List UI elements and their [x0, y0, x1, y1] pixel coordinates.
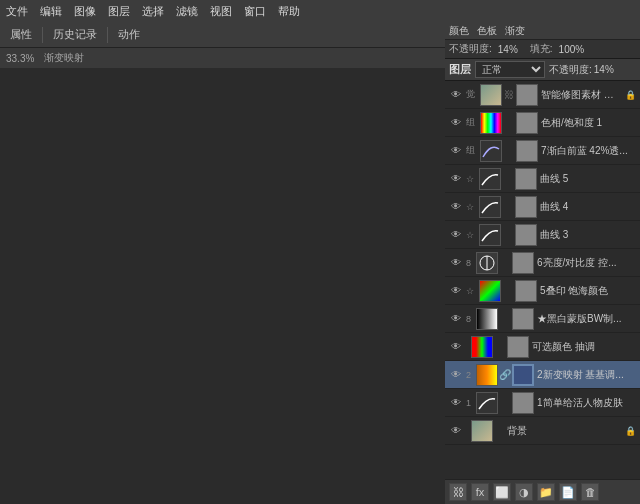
layers-list[interactable]: 👁 觉 ⛓ 智能修图素材 以... 🔒 👁 组 色相/饱和度 1 👁: [445, 81, 640, 479]
tab-actions[interactable]: 动作: [114, 25, 144, 44]
layer-row[interactable]: 👁 ☆ 曲线 4: [445, 193, 640, 221]
visibility-icon-7[interactable]: 👁: [449, 284, 463, 298]
visibility-icon-2[interactable]: 👁: [449, 144, 463, 158]
delete-layer-btn[interactable]: 🗑: [581, 483, 599, 501]
layer-mask-2: [516, 140, 538, 162]
tab-color[interactable]: 颜色: [449, 24, 469, 38]
menu-image[interactable]: 图像: [74, 4, 96, 19]
layer-row[interactable]: 👁 背景 🔒: [445, 417, 640, 445]
visibility-icon-4[interactable]: 👁: [449, 200, 463, 214]
layer-row[interactable]: 👁 ☆ 5叠印 饱海颜色: [445, 277, 640, 305]
layer-thumb-6: [476, 252, 498, 274]
visibility-icon-9[interactable]: 👁: [449, 340, 463, 354]
group-btn[interactable]: 📁: [537, 483, 555, 501]
visibility-icon-3[interactable]: 👁: [449, 172, 463, 186]
tab-history[interactable]: 历史记录: [49, 25, 101, 44]
layer-row[interactable]: 👁 8 6亮度/对比度 控...: [445, 249, 640, 277]
visibility-icon-5[interactable]: 👁: [449, 228, 463, 242]
layer-thumb-2: [480, 140, 502, 162]
tab-properties[interactable]: 属性: [6, 25, 36, 44]
tab-swatches[interactable]: 色板: [477, 24, 497, 38]
layer-lock-12: 🔒: [625, 426, 636, 436]
opacity-label: 不透明度:: [449, 42, 492, 56]
layer-row[interactable]: 👁 ☆ 曲线 5: [445, 165, 640, 193]
layer-mask-3: [515, 168, 537, 190]
new-layer-btn[interactable]: 📄: [559, 483, 577, 501]
layer-row[interactable]: 👁 组 7渐白前蓝 42%透...: [445, 137, 640, 165]
layer-name-8: ★黑白蒙版BW制...: [537, 312, 636, 326]
layer-thumb-11: [476, 392, 498, 414]
layer-thumb-3: [479, 168, 501, 190]
layer-name-2: 7渐白前蓝 42%透...: [541, 144, 636, 158]
menu-bar: 文件 编辑 图像 图层 选择 滤镜 视图 窗口 帮助: [0, 0, 640, 22]
layer-row[interactable]: 👁 组 色相/饱和度 1: [445, 109, 640, 137]
layer-name-4: 曲线 4: [540, 200, 636, 214]
layer-mask-5: [515, 224, 537, 246]
layer-number-3: ☆: [466, 174, 474, 184]
separator-2: [107, 27, 108, 43]
layer-thumb-0: [480, 84, 502, 106]
layer-mask-7: [515, 280, 537, 302]
layer-number-2: 组: [466, 144, 475, 157]
layer-mask-9: [507, 336, 529, 358]
layer-name-11: 1简单给活人物皮肤: [537, 396, 636, 410]
add-style-btn[interactable]: fx: [471, 483, 489, 501]
visibility-icon-6[interactable]: 👁: [449, 256, 463, 270]
layer-thumb-9: [471, 336, 493, 358]
separator-1: [42, 27, 43, 43]
menu-select[interactable]: 选择: [142, 4, 164, 19]
layer-name-7: 5叠印 饱海颜色: [540, 284, 636, 298]
opacity-pct-label: 不透明度:: [549, 63, 592, 77]
tabs-toolbar: 属性 历史记录 动作: [0, 22, 445, 48]
layer-row[interactable]: 👁 ☆ 曲线 3: [445, 221, 640, 249]
menu-help[interactable]: 帮助: [278, 4, 300, 19]
visibility-icon-1[interactable]: 👁: [449, 116, 463, 130]
layer-name-9: 可选颜色 抽调: [532, 340, 636, 354]
layer-name-3: 曲线 5: [540, 172, 636, 186]
layer-row-active[interactable]: 👁 2 🔗 2新变映射 基基调...: [445, 361, 640, 389]
canvas-zoom: 33.3%: [6, 53, 34, 64]
layer-number-7: ☆: [466, 286, 474, 296]
opacity-value: 14%: [498, 44, 518, 55]
layer-number-11: 1: [466, 398, 471, 408]
menu-view[interactable]: 视图: [210, 4, 232, 19]
adjustment-btn[interactable]: ◑: [515, 483, 533, 501]
layer-name-6: 6亮度/对比度 控...: [537, 256, 636, 270]
visibility-icon-8[interactable]: 👁: [449, 312, 463, 326]
right-panel-tabs: 颜色 色板 渐变: [445, 22, 640, 40]
add-mask-btn[interactable]: ⬜: [493, 483, 511, 501]
fill-label: 填充:: [530, 42, 553, 56]
visibility-icon-0[interactable]: 👁: [449, 88, 463, 102]
layer-name-12: 背景: [507, 424, 622, 438]
menu-window[interactable]: 窗口: [244, 4, 266, 19]
menu-layer[interactable]: 图层: [108, 4, 130, 19]
layer-name-1: 色相/饱和度 1: [541, 116, 636, 130]
layers-label: 图层: [449, 62, 471, 77]
layer-row[interactable]: 👁 可选颜色 抽调: [445, 333, 640, 361]
visibility-icon-10[interactable]: 👁: [449, 368, 463, 382]
layer-row[interactable]: 👁 8 ★黑白蒙版BW制...: [445, 305, 640, 333]
layer-number-5: ☆: [466, 230, 474, 240]
link-layers-btn[interactable]: ⛓: [449, 483, 467, 501]
fill-value: 100%: [559, 44, 585, 55]
layer-row[interactable]: 👁 1 1简单给活人物皮肤: [445, 389, 640, 417]
layer-thumb-12: [471, 420, 493, 442]
menu-file[interactable]: 文件: [6, 4, 28, 19]
menu-filter[interactable]: 滤镜: [176, 4, 198, 19]
layer-thumb-1: [480, 112, 502, 134]
layer-row[interactable]: 👁 觉 ⛓ 智能修图素材 以... 🔒: [445, 81, 640, 109]
layer-name-0: 智能修图素材 以...: [541, 88, 622, 102]
layer-number-6: 8: [466, 258, 471, 268]
layer-thumb-4: [479, 196, 501, 218]
menu-edit[interactable]: 编辑: [40, 4, 62, 19]
layer-number-0: 觉: [466, 88, 475, 101]
visibility-icon-12[interactable]: 👁: [449, 424, 463, 438]
opacity-fill-row: 不透明度: 14% 填充: 100%: [445, 40, 640, 59]
tab-gradients[interactable]: 渐变: [505, 24, 525, 38]
layer-mask-4: [515, 196, 537, 218]
layer-thumb-7: [479, 280, 501, 302]
visibility-icon-11[interactable]: 👁: [449, 396, 463, 410]
layer-mask-10: [512, 364, 534, 386]
layer-thumb-8: [476, 308, 498, 330]
blend-mode-select[interactable]: 正常 正片叠底 滤色: [475, 61, 545, 78]
